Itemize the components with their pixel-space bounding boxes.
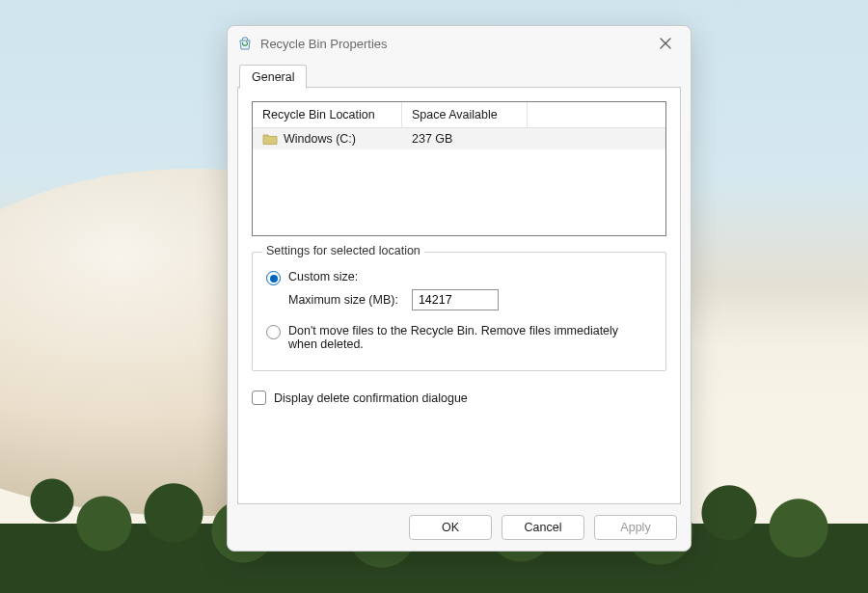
location-list-header: Recycle Bin Location Space Available [253,102,665,128]
location-row-drive-label: Windows (C:) [284,132,356,146]
recycle-bin-properties-dialog: Recycle Bin Properties General Recycle B… [227,25,692,552]
confirm-delete-row[interactable]: Display delete confirmation dialogue [252,391,666,405]
location-row[interactable]: Windows (C:) 237 GB [253,128,665,149]
settings-group-legend: Settings for selected location [262,244,424,257]
location-row-space-cell: 237 GB [402,132,528,146]
confirm-delete-checkbox[interactable] [252,391,266,405]
recycle-bin-icon [237,36,253,51]
column-header-filler [528,102,665,128]
settings-groupbox: Settings for selected location Custom si… [252,252,666,371]
column-header-space[interactable]: Space Available [402,102,528,128]
radio-dont-move[interactable] [266,325,281,339]
column-header-location[interactable]: Recycle Bin Location [253,102,402,128]
title-bar: Recycle Bin Properties [228,26,691,61]
drive-folder-icon [262,132,278,146]
cancel-button[interactable]: Cancel [502,515,584,540]
location-row-drive-cell: Windows (C:) [253,132,402,146]
radio-dont-move-row[interactable]: Don't move files to the Recycle Bin. Rem… [266,324,652,351]
radio-dont-move-label: Don't move files to the Recycle Bin. Rem… [288,324,636,351]
max-size-input[interactable] [412,289,499,310]
radio-custom-size-label: Custom size: [288,270,358,283]
tab-strip: General [237,63,681,88]
tab-panel-general: Recycle Bin Location Space Available Win… [237,88,681,504]
window-title: Recycle Bin Properties [260,37,644,51]
location-list[interactable]: Recycle Bin Location Space Available Win… [252,101,666,236]
max-size-label: Maximum size (MB): [288,293,398,307]
dialog-footer: OK Cancel Apply [228,504,691,551]
radio-custom-size[interactable] [266,271,281,285]
max-size-row: Maximum size (MB): [288,289,652,310]
apply-button[interactable]: Apply [594,515,677,540]
close-button[interactable] [644,29,687,58]
ok-button[interactable]: OK [409,515,492,540]
close-icon [660,38,671,49]
confirm-delete-label: Display delete confirmation dialogue [274,391,468,405]
tab-general[interactable]: General [239,65,307,89]
radio-custom-size-row[interactable]: Custom size: [266,270,652,285]
